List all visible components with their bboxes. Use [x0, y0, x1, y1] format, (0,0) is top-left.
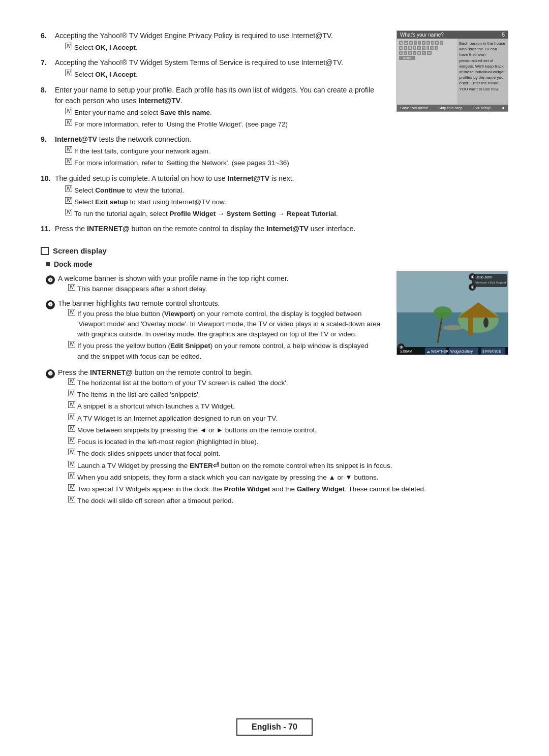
left-column: 6. Accepting the Yahoo!® TV Widget Engin…: [41, 30, 381, 237]
item-content: Accepting the Yahoo!® TV Widget Engine P…: [55, 30, 381, 54]
svg-text:☁ WEATHER: ☁ WEATHER: [426, 350, 448, 353]
key: e: [409, 41, 413, 45]
keyboard-row: a s d f g h j k l: [399, 46, 455, 50]
item-text: The guided setup is complete. A tutorial…: [55, 174, 294, 182]
note-text: The dock slides snippets under that foca…: [77, 449, 508, 459]
note-text: When you add snippets, they form a stack…: [77, 472, 508, 483]
dock-right: Hello John Viewport | Edit Snippet ① ② 9…: [396, 271, 508, 355]
square-bullet-icon: [46, 262, 50, 266]
key: t: [418, 41, 421, 45]
svg-point-8: [483, 318, 489, 328]
btn-exit: Exit setup: [473, 106, 491, 110]
footer-text: English - 70: [252, 722, 297, 731]
item-content: Press the INTERNET@ button on the remote…: [55, 224, 381, 234]
dock-item-text: Press the INTERNET@ button on the remote…: [58, 368, 253, 376]
key: m: [427, 51, 432, 55]
item-text: Accepting the Yahoo!® TV Widget Engine P…: [55, 32, 333, 40]
note-icon: N: [68, 401, 75, 408]
key: s: [404, 46, 407, 50]
note-text: Focus is located in the left-most region…: [77, 437, 508, 447]
sub-item: N If you press the yellow button (Edit S…: [68, 341, 381, 362]
note-text: To run the tutorial again, select Profil…: [74, 209, 381, 219]
note-text: If you press the blue button (Viewport) …: [77, 309, 381, 340]
svg-point-7: [443, 325, 463, 330]
screenshot-description: Each person in the house who uses the TV…: [457, 39, 508, 105]
section-title: Screen display: [53, 246, 107, 255]
item-content: Accepting the Yahoo!® TV Widget System T…: [55, 57, 381, 81]
screen2-image: Hello John Viewport | Edit Snippet ① ② 9…: [397, 272, 508, 355]
key: r: [414, 41, 417, 45]
sub-item: N Select OK, I Accept.: [65, 43, 381, 53]
item-content: Enter your name to setup your profile. E…: [55, 85, 381, 132]
circle-num-1: ❶: [46, 275, 55, 285]
key: h: [422, 46, 425, 50]
note-icon: N: [65, 43, 72, 49]
sub-item: N Launch a TV Widget by pressing the ENT…: [68, 461, 508, 471]
note-icon: N: [68, 414, 75, 420]
key: k: [430, 46, 434, 50]
keyboard-row: q w e r t y u i o p: [399, 41, 455, 45]
sub-item: N A snippet is a shortcut which launches…: [68, 401, 508, 412]
footer-box: English - 70: [236, 718, 313, 736]
screenshot-buttons: Save this name Skip this step Exit setup…: [397, 105, 508, 111]
sub-item: N Select OK, I Accept.: [65, 70, 381, 80]
key: w: [404, 41, 408, 45]
key: v: [413, 51, 416, 55]
note-text: A TV Widget is an Internet application d…: [77, 414, 508, 424]
sub-item: N Move between snippets by pressing the …: [68, 425, 508, 435]
dock-sub-item: N This banner disappears after a short d…: [58, 284, 381, 294]
sub-item: N Select Continue to view the tutorial.: [65, 185, 381, 196]
item-content: The guided setup is complete. A tutorial…: [55, 173, 381, 221]
sub-item: N Two special TV Widgets appear in the d…: [68, 484, 508, 494]
screenshot-badge: 5: [502, 32, 505, 38]
key: n: [422, 51, 425, 55]
keyboard-row: z x c v b n m: [399, 51, 455, 55]
key: u: [426, 41, 430, 45]
key: b: [417, 51, 421, 55]
right-column: What's your name? 5 q w e r t y u i: [396, 30, 508, 116]
svg-point-6: [434, 306, 452, 319]
key: c: [408, 51, 412, 55]
checkbox-icon: [41, 247, 49, 255]
screenshot-title-bar: What's your name? 5: [397, 31, 508, 39]
dock-item-content: A welcome banner is shown with your prof…: [58, 274, 381, 296]
note-icon: N: [68, 449, 75, 455]
btn-save: Save this name: [400, 106, 428, 110]
sub-item: N Enter your name and select Save this n…: [65, 108, 381, 118]
sub-item: N The dock slides snippets under that fo…: [68, 449, 508, 459]
dock-item-content: The banner highlights two remote control…: [58, 299, 381, 363]
screenshot-1: What's your name? 5 q w e r t y u i: [396, 30, 508, 112]
note-text: Select Continue to view the tutorial.: [74, 185, 381, 196]
item-number: 6.: [41, 30, 55, 54]
dock-item-content: Press the INTERNET@ button on the remote…: [58, 368, 508, 508]
sub-item: N The horizontal list at the bottom of y…: [68, 378, 508, 388]
sub-item: N To run the tutorial again, select Prof…: [65, 209, 381, 219]
note-text: Two special TV Widgets appear in the doc…: [77, 484, 508, 494]
screenshot-body: q w e r t y u i o p a: [397, 39, 508, 105]
dock-content: ❶ A welcome banner is shown with your pr…: [41, 271, 508, 365]
sub-item: N For more information, refer to 'Using …: [65, 119, 381, 130]
note-icon: N: [68, 484, 75, 491]
dock-item-3: ❸ Press the INTERNET@ button on the remo…: [46, 368, 508, 508]
item-text: Internet@TV tests the network connection…: [55, 135, 191, 143]
item-number: 9.: [41, 134, 55, 170]
sub-item: N The dock will slide off screen after a…: [68, 496, 508, 506]
keyboard-row: space: [399, 56, 455, 60]
item-text: Press the INTERNET@ button on the remote…: [55, 225, 355, 233]
note-text: The dock will slide off screen after a t…: [77, 496, 508, 506]
key: f: [413, 46, 416, 50]
note-icon: N: [68, 309, 75, 316]
key: g: [417, 46, 420, 50]
sub-heading-text: Dock mode: [54, 260, 92, 268]
note-icon: N: [65, 209, 72, 215]
sub-item: N A TV Widget is an Internet application…: [68, 414, 508, 424]
dock-item-text: The banner highlights two remote control…: [58, 299, 220, 307]
item-number: 11.: [41, 224, 55, 234]
note-text: If you press the yellow button (Edit Sni…: [77, 341, 381, 362]
svg-text:$ FINANCE: $ FINANCE: [482, 350, 501, 353]
key: y: [422, 41, 425, 45]
svg-text:③: ③: [400, 345, 403, 349]
note-text: Select Exit setup to start using Interne…: [74, 197, 381, 207]
sub-item: N When you add snippets, they form a sta…: [68, 472, 508, 483]
key: z: [399, 51, 403, 55]
